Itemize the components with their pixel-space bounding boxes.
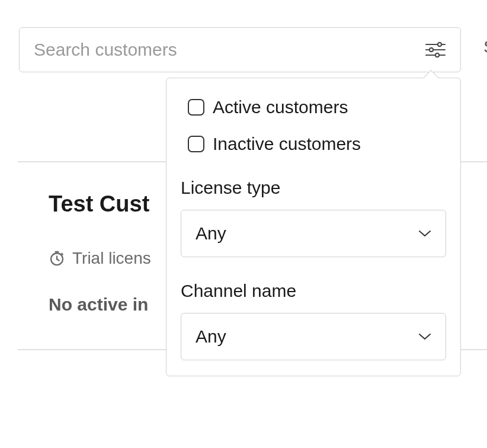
checkbox[interactable] (188, 136, 204, 152)
chevron-down-icon (418, 229, 431, 238)
customer-name-heading: Test Cust (49, 191, 149, 217)
divider (461, 161, 487, 162)
license-type-select[interactable]: Any (181, 210, 446, 257)
svg-point-5 (435, 53, 439, 57)
select-value: Any (196, 327, 226, 347)
channel-name-label: Channel name (181, 281, 446, 301)
active-customers-checkbox-row[interactable]: Active customers (181, 97, 446, 117)
svg-point-3 (430, 48, 433, 52)
inactive-customers-checkbox-row[interactable]: Inactive customers (181, 134, 446, 154)
chevron-down-icon (418, 332, 431, 341)
svg-line-10 (62, 254, 63, 255)
svg-point-1 (438, 43, 441, 46)
license-type-label: License type (181, 178, 446, 198)
filter-popover: Active customers Inactive customers Lice… (166, 78, 461, 376)
clock-icon (49, 250, 65, 267)
trial-license-row: Trial licens (49, 249, 151, 268)
select-value: Any (196, 223, 226, 244)
search-input[interactable] (34, 40, 425, 60)
divider (18, 349, 166, 350)
checkbox[interactable] (188, 99, 204, 116)
trial-license-label: Trial licens (72, 249, 151, 268)
divider (461, 349, 487, 350)
channel-name-select[interactable]: Any (181, 313, 446, 360)
no-active-instances-label: No active in (49, 295, 148, 315)
divider (18, 161, 166, 162)
filter-icon[interactable] (425, 41, 446, 58)
svg-line-8 (57, 259, 59, 260)
checkbox-label: Active customers (213, 97, 348, 117)
checkbox-label: Inactive customers (213, 134, 361, 154)
search-container (19, 27, 461, 72)
cutoff-text: S (483, 37, 487, 57)
